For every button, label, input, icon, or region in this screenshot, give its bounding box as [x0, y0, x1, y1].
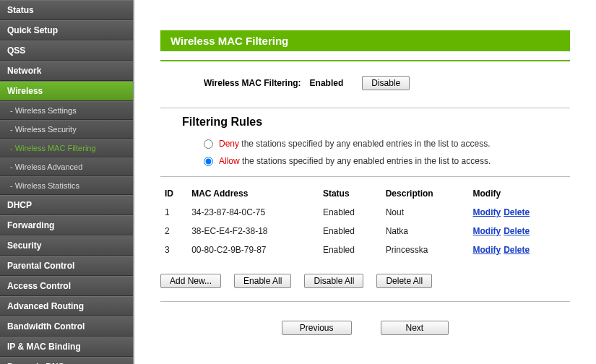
action-row: Add New... Enable All Disable All Delete…	[160, 274, 570, 288]
nav-bandwidth-control[interactable]: Bandwidth Control	[0, 316, 133, 337]
nav-dynamic-dns[interactable]: Dynamic DNS	[0, 357, 133, 364]
cell-status: Enabled	[319, 203, 381, 222]
modify-link[interactable]: Modify	[473, 226, 501, 236]
disable-button[interactable]: Disable	[362, 76, 410, 90]
nav-quick-setup[interactable]: Quick Setup	[0, 20, 133, 40]
nav-advanced-routing[interactable]: Advanced Routing	[0, 296, 133, 316]
nav-wireless-security[interactable]: - Wireless Security	[0, 120, 133, 139]
divider-thin	[160, 301, 570, 302]
nav-wireless[interactable]: Wireless	[0, 81, 133, 101]
nav-dhcp[interactable]: DHCP	[0, 195, 133, 215]
delete-link[interactable]: Delete	[504, 207, 530, 217]
nav-parental-control[interactable]: Parental Control	[0, 256, 133, 276]
modify-link[interactable]: Modify	[473, 207, 501, 217]
nav-wireless-mac-filtering[interactable]: - Wireless MAC Filtering	[0, 139, 133, 157]
cell-modify: ModifyDelete	[469, 240, 571, 259]
table-header-row: ID MAC Address Status Description Modify	[160, 184, 570, 203]
add-new-button[interactable]: Add New...	[160, 274, 221, 288]
nav-wireless-settings[interactable]: - Wireless Settings	[0, 101, 133, 120]
delete-link[interactable]: Delete	[504, 226, 530, 236]
cell-mac: 00-80-C2-9B-79-87	[187, 240, 319, 259]
rule-allow-radio[interactable]	[204, 157, 213, 166]
cell-modify: ModifyDelete	[469, 203, 571, 222]
cell-status: Enabled	[319, 240, 381, 259]
enable-all-button[interactable]: Enable All	[234, 274, 291, 288]
rules-title: Filtering Rules	[182, 116, 570, 129]
th-modify: Modify	[469, 184, 571, 203]
nav-wireless-statistics[interactable]: - Wireless Statistics	[0, 176, 133, 195]
previous-button[interactable]: Previous	[282, 321, 352, 335]
rule-allow-label: Allow the stations specified by any enab…	[219, 156, 491, 166]
nav-forwarding[interactable]: Forwarding	[0, 215, 133, 235]
divider-thin	[160, 176, 570, 177]
nav-wireless-advanced[interactable]: - Wireless Advanced	[0, 157, 133, 176]
main-content: Wireless MAC Filtering Wireless MAC Filt…	[134, 0, 596, 364]
table-row: 300-80-C2-9B-79-87EnabledPrincesskaModif…	[160, 240, 570, 259]
cell-desc: Nout	[381, 203, 469, 222]
page-title: Wireless MAC Filtering	[160, 30, 570, 51]
divider-thin	[160, 108, 570, 108]
rule-deny-radio[interactable]	[204, 139, 213, 149]
th-desc: Description	[381, 184, 469, 203]
cell-id: 2	[160, 222, 187, 240]
table-row: 134-23-87-84-0C-75EnabledNoutModifyDelet…	[160, 203, 570, 222]
status-value: Enabled	[310, 78, 344, 88]
nav-security[interactable]: Security	[0, 235, 133, 256]
cell-desc: Princesska	[381, 240, 469, 259]
cell-id: 3	[160, 240, 187, 259]
cell-mac: 34-23-87-84-0C-75	[187, 203, 319, 222]
table-row: 238-EC-E4-F2-38-18EnabledNatkaModifyDele…	[160, 222, 570, 240]
cell-id: 1	[160, 203, 187, 222]
status-row: Wireless MAC Filtering: Enabled Disable	[204, 76, 570, 90]
nav-network[interactable]: Network	[0, 61, 133, 81]
th-status: Status	[319, 184, 381, 203]
disable-all-button[interactable]: Disable All	[304, 274, 363, 288]
sidebar: Status Quick Setup QSS Network Wireless …	[0, 0, 134, 364]
entries-table: ID MAC Address Status Description Modify…	[160, 184, 570, 259]
modify-link[interactable]: Modify	[473, 245, 501, 255]
nav-status[interactable]: Status	[0, 0, 133, 20]
divider	[160, 60, 570, 61]
delete-link[interactable]: Delete	[504, 245, 530, 255]
rule-allow-row: Allow the stations specified by any enab…	[204, 156, 570, 166]
pager: Previous Next	[160, 321, 570, 335]
delete-all-button[interactable]: Delete All	[376, 274, 432, 288]
th-mac: MAC Address	[187, 184, 319, 203]
cell-mac: 38-EC-E4-F2-38-18	[187, 222, 319, 240]
cell-status: Enabled	[319, 222, 381, 240]
nav-ip-mac-binding[interactable]: IP & MAC Binding	[0, 337, 133, 357]
rule-deny-label: Deny the stations specified by any enabl…	[219, 139, 491, 149]
nav-access-control[interactable]: Access Control	[0, 276, 133, 296]
rule-deny-row: Deny the stations specified by any enabl…	[204, 139, 570, 149]
cell-modify: ModifyDelete	[469, 222, 571, 240]
th-id: ID	[160, 184, 187, 203]
nav-qss[interactable]: QSS	[0, 40, 133, 61]
next-button[interactable]: Next	[381, 321, 449, 335]
status-label: Wireless MAC Filtering:	[204, 78, 301, 88]
cell-desc: Natka	[381, 222, 469, 240]
